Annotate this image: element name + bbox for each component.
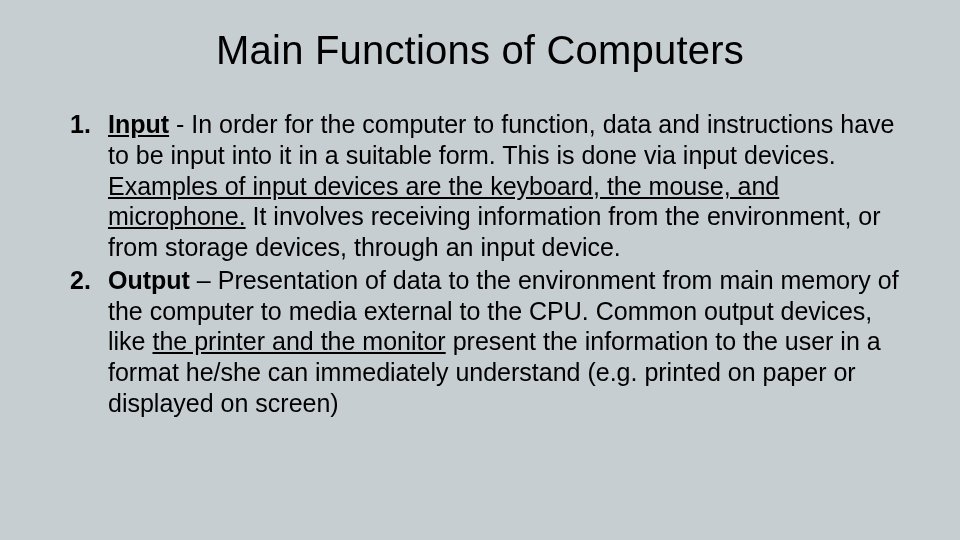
separator: – [190, 266, 218, 294]
list-item: Output – Presentation of data to the env… [70, 265, 912, 419]
underlined-text: the printer and the monitor [152, 327, 445, 355]
body-text: In order for the computer to function, d… [108, 110, 895, 169]
separator: - [169, 110, 191, 138]
slide-title: Main Functions of Computers [48, 28, 912, 73]
term: Input [108, 110, 169, 138]
function-list: Input - In order for the computer to fun… [48, 109, 912, 419]
list-item: Input - In order for the computer to fun… [70, 109, 912, 263]
term: Output [108, 266, 190, 294]
